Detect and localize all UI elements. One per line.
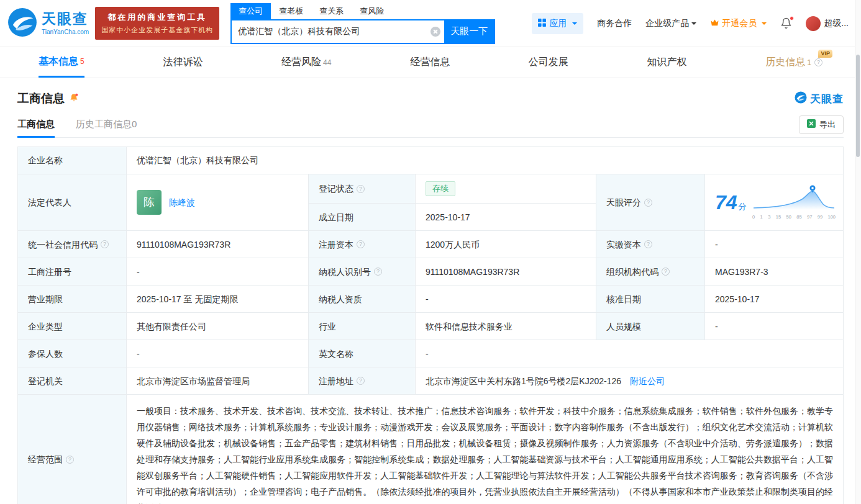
tianyancha-logo-icon: [795, 91, 807, 106]
tab-legal-litigation[interactable]: 法律诉讼: [163, 47, 203, 78]
status-date-column: 登记状态 存续 成立日期 2025-10-17: [309, 174, 596, 231]
tab-count: 5: [80, 57, 84, 66]
field-label: 登记机关: [18, 367, 127, 395]
field-label: 纳税人资质: [309, 286, 416, 313]
field-label: 企业名称: [18, 147, 127, 174]
chevron-down-icon: [572, 22, 577, 27]
search-tab-boss[interactable]: 查老板: [271, 3, 311, 19]
business-cooperation-link[interactable]: 商务合作: [597, 18, 632, 29]
org-code-value: MAG193R7-3: [705, 258, 843, 286]
company-tab-bar: 基本信息5 法律诉讼 经营风险44 经营信息 公司发展 知识产权 历史信息1 V…: [0, 47, 861, 78]
field-label: 成立日期: [309, 204, 416, 231]
table-row: 企业名称 优谱汇智（北京）科技有限公司: [18, 147, 843, 174]
tab-intellectual-property[interactable]: 知识产权: [647, 47, 687, 78]
tianyan-score-cell: 74分 0: [705, 174, 843, 231]
field-label: 行业: [309, 313, 416, 340]
staff-size-value: -: [705, 313, 843, 340]
reg-authority-value: 北京市海淀区市场监督管理局: [127, 367, 309, 395]
alert-bell-icon[interactable]: [69, 92, 79, 106]
help-icon[interactable]: [374, 268, 382, 276]
search-button[interactable]: 天眼一下: [444, 20, 494, 43]
help-icon[interactable]: [644, 199, 652, 207]
tab-operating-risk[interactable]: 经营风险44: [281, 47, 331, 78]
promo-line1: 都在用的商业查询工具: [101, 12, 213, 23]
help-icon[interactable]: [357, 240, 365, 248]
tab-company-development[interactable]: 公司发展: [529, 47, 568, 78]
avatar: [806, 16, 821, 31]
tab-operating-info[interactable]: 经营信息: [410, 47, 450, 78]
apps-menu-button[interactable]: 应用: [532, 13, 583, 34]
legal-rep-avatar[interactable]: 陈: [137, 190, 162, 215]
scrollbar-thumb[interactable]: [856, 55, 860, 157]
search-tab-relation[interactable]: 查关系: [311, 3, 352, 19]
business-term-value: 2025-10-17 至 无固定期限: [127, 286, 309, 313]
tab-label: 法律诉讼: [163, 56, 203, 69]
header-actions: 应用 商务合作 企业级产品 开通会员 超级...: [532, 13, 849, 34]
chevron-down-icon: [691, 22, 696, 27]
search-box: 天眼一下: [230, 19, 495, 44]
field-label: 实缴资本: [596, 231, 705, 258]
open-vip-menu[interactable]: 开通会员: [710, 18, 767, 29]
subtab-bar: 工商信息 历史工商信息0 导出: [17, 112, 844, 138]
tab-count: 44: [323, 58, 331, 67]
reg-capital-value: 1200万人民币: [416, 231, 596, 258]
est-date-value: 2025-10-17: [416, 204, 596, 231]
help-icon[interactable]: [814, 58, 822, 66]
tab-label: 历史信息: [765, 56, 805, 69]
search-tab-company[interactable]: 查公司: [230, 3, 271, 19]
axis-tick: 1: [760, 214, 763, 221]
crown-icon: [710, 19, 719, 29]
export-button[interactable]: 导出: [799, 115, 844, 134]
business-info-table: 企业名称 优谱汇智（北京）科技有限公司 法定代表人 陈 陈峰波 登记状态 存续 …: [17, 146, 844, 504]
table-row: 工商注册号 - 纳税人识别号 91110108MAG193R73R 组织机构代码…: [18, 258, 843, 286]
field-label: 天眼评分: [596, 174, 705, 231]
subtab-business-info[interactable]: 工商信息: [17, 112, 55, 137]
table-row: 企业类型 其他有限责任公司 行业 软件和信息技术服务业 人员规模 -: [18, 313, 843, 340]
table-row: 营业期限 2025-10-17 至 无固定期限 纳税人资质 - 核准日期 202…: [18, 286, 843, 313]
insured-count-value: -: [127, 340, 309, 367]
enterprise-products-menu[interactable]: 企业级产品: [645, 18, 696, 29]
search-tab-risk[interactable]: 查风险: [352, 3, 392, 19]
help-icon[interactable]: [644, 240, 652, 248]
logo-title: 天眼查: [42, 11, 89, 27]
tab-basic-info[interactable]: 基本信息5: [39, 47, 84, 78]
approve-date-value: 2025-10-17: [705, 286, 843, 313]
field-label: 参保人数: [18, 340, 127, 367]
score-value[interactable]: 74分: [715, 188, 747, 217]
help-icon[interactable]: [357, 185, 365, 193]
axis-tick: 50: [786, 214, 791, 221]
tianyancha-logo[interactable]: 天眼查 TianYanCha.com: [7, 7, 89, 40]
notifications-button[interactable]: [780, 17, 792, 29]
logo-domain: TianYanCha.com: [42, 29, 89, 35]
company-name-value: 优谱汇智（北京）科技有限公司: [127, 147, 843, 174]
field-label: 纳税人识别号: [309, 258, 416, 286]
business-scope-value: 一般项目：技术服务、技术开发、技术咨询、技术交流、技术转让、技术推广；信息技术咨…: [127, 395, 843, 504]
section-header: 工商信息 天眼查: [0, 78, 861, 107]
tab-history-info[interactable]: 历史信息1 VIP: [765, 47, 822, 78]
search-input[interactable]: [232, 20, 427, 43]
english-name-value: -: [416, 340, 843, 367]
subtab-history-business-info[interactable]: 历史工商信息0: [76, 112, 137, 137]
help-icon[interactable]: [662, 268, 670, 276]
tianyancha-logo-icon: [7, 7, 37, 40]
reg-status-value: 存续: [416, 174, 596, 204]
axis-tick: 99: [818, 214, 822, 221]
axis-tick: 97: [807, 214, 812, 221]
reg-number-value: -: [127, 258, 309, 286]
score-unit: 分: [739, 201, 747, 213]
nearby-companies-link[interactable]: 附近公司: [630, 375, 665, 387]
user-account-menu[interactable]: 超级...: [806, 16, 849, 31]
legal-rep-link[interactable]: 陈峰波: [169, 196, 195, 209]
table-row: 登记机关 北京市海淀区市场监督管理局 注册地址 北京市海淀区中关村东路1号院6号…: [18, 367, 843, 395]
brand-watermark: 天眼查: [795, 91, 844, 106]
help-icon[interactable]: [66, 456, 74, 464]
reg-address-value: 北京市海淀区中关村东路1号院6号楼2层KJ202-126 附近公司: [416, 367, 843, 395]
help-icon[interactable]: [101, 240, 109, 248]
legal-rep-value: 陈 陈峰波: [127, 174, 309, 231]
taxpayer-quality-value: -: [416, 286, 596, 313]
clear-search-button[interactable]: [427, 20, 444, 43]
credit-code-value: 91110108MAG193R73R: [127, 231, 309, 258]
help-icon[interactable]: [357, 377, 365, 385]
score-number: 74: [715, 188, 737, 217]
tab-label: 知识产权: [647, 56, 687, 69]
